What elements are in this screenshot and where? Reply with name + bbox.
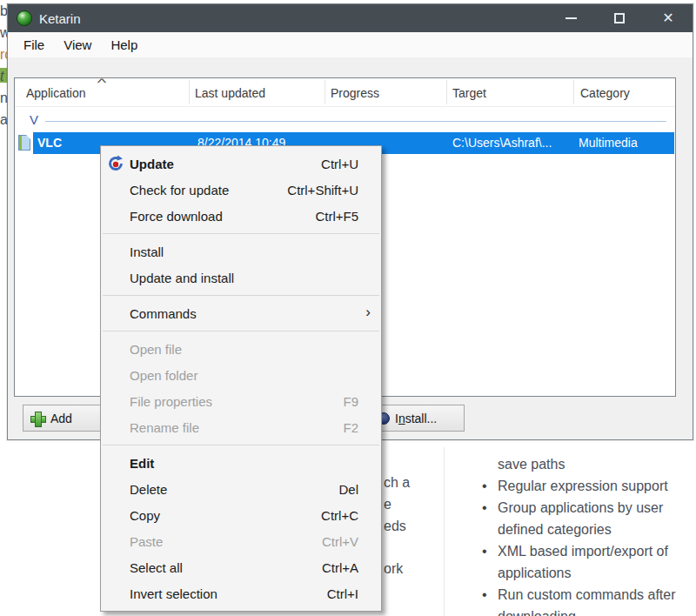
menu-item-commands[interactable]: Commands › bbox=[101, 300, 381, 326]
background-column-divider bbox=[444, 447, 445, 616]
menu-item-open-file: Open file bbox=[101, 336, 381, 362]
menu-item-check-for-update[interactable]: Check for updateCtrl+Shift+U bbox=[101, 177, 381, 203]
menu-item-rename-file: Rename fileF2 bbox=[101, 414, 381, 440]
menu-item-invert-selection[interactable]: Invert selectionCtrl+I bbox=[101, 580, 381, 606]
update-icon bbox=[107, 155, 124, 172]
bullet-icon: • bbox=[477, 540, 498, 562]
close-button[interactable]: ✕ bbox=[644, 4, 693, 32]
column-header-category[interactable]: Category bbox=[580, 84, 630, 103]
column-divider[interactable] bbox=[446, 80, 447, 104]
list-item: •XML based import/export of bbox=[477, 540, 696, 562]
install-button[interactable]: Install... bbox=[370, 405, 465, 432]
list-item: •applications bbox=[477, 562, 696, 584]
cell-application: VLC bbox=[37, 136, 62, 150]
close-icon: ✕ bbox=[662, 11, 673, 25]
sort-ascending-icon: ^ bbox=[97, 76, 106, 89]
cell-target: C:\Users\Ashraf\... bbox=[452, 136, 552, 150]
column-header-application[interactable]: Application bbox=[26, 84, 86, 103]
list-item: •defined categories bbox=[477, 519, 696, 540]
menu-separator bbox=[103, 331, 379, 331]
menu-item-install[interactable]: Install bbox=[101, 238, 381, 264]
window-controls: ✕ bbox=[546, 4, 693, 32]
title-bar[interactable]: Ketarin ✕ bbox=[8, 4, 693, 32]
list-item: •Regular expression support bbox=[477, 475, 696, 497]
column-header-last-updated[interactable]: Last updated bbox=[195, 84, 265, 103]
menu-bar: File View Help bbox=[8, 32, 693, 58]
maximize-button[interactable] bbox=[595, 4, 644, 32]
application-file-icon bbox=[18, 135, 30, 151]
minimize-button[interactable] bbox=[546, 4, 595, 32]
menu-item-copy[interactable]: CopyCtrl+C bbox=[101, 502, 381, 528]
ketarin-app-icon bbox=[17, 10, 32, 26]
menu-help[interactable]: Help bbox=[101, 32, 147, 57]
add-plus-icon bbox=[30, 412, 44, 425]
column-header-target[interactable]: Target bbox=[452, 84, 486, 103]
list-item: •Group applications by user bbox=[477, 497, 696, 519]
cell-category: Multimedia bbox=[579, 136, 638, 150]
background-text-fragment: e bbox=[384, 497, 392, 512]
context-menu: UpdateCtrl+U Check for updateCtrl+Shift+… bbox=[100, 145, 382, 612]
menu-item-edit[interactable]: Edit bbox=[101, 450, 381, 476]
bullet-icon: • bbox=[477, 497, 498, 519]
menu-separator bbox=[103, 295, 379, 296]
background-text-fragment: ork bbox=[384, 561, 403, 577]
menu-item-paste: PasteCtrl+V bbox=[101, 528, 381, 554]
add-button-label: Add bbox=[50, 412, 72, 425]
bullet-icon: • bbox=[477, 584, 498, 606]
menu-item-select-all[interactable]: Select allCtrl+A bbox=[101, 554, 381, 580]
menu-item-update-and-install[interactable]: Update and install bbox=[101, 264, 381, 291]
bullet-icon: • bbox=[477, 475, 498, 497]
install-button-label: Install... bbox=[395, 412, 437, 425]
column-divider[interactable] bbox=[189, 80, 190, 104]
header-bottom-border bbox=[15, 106, 675, 107]
maximize-icon bbox=[614, 13, 625, 23]
chevron-right-icon: › bbox=[365, 304, 371, 321]
menu-file[interactable]: File bbox=[14, 32, 54, 57]
column-divider[interactable] bbox=[573, 80, 574, 104]
minimize-icon bbox=[566, 17, 577, 19]
list-item: •downloading bbox=[477, 606, 696, 616]
menu-item-force-download[interactable]: Force downloadCtrl+F5 bbox=[101, 203, 381, 229]
group-row-v[interactable]: V bbox=[15, 112, 675, 131]
menu-separator bbox=[103, 233, 379, 234]
menu-item-file-properties: File propertiesF9 bbox=[101, 388, 381, 414]
window-title: Ketarin bbox=[39, 11, 81, 26]
menu-separator bbox=[103, 445, 379, 445]
menu-item-delete[interactable]: DeleteDel bbox=[101, 476, 381, 502]
background-feature-list: •save paths •Regular expression support … bbox=[477, 453, 696, 616]
menu-view[interactable]: View bbox=[54, 32, 101, 57]
add-button[interactable]: Add bbox=[23, 405, 106, 432]
column-header-progress[interactable]: Progress bbox=[331, 84, 379, 103]
background-text-fragment: eds bbox=[384, 519, 406, 534]
menu-item-open-folder: Open folder bbox=[101, 362, 381, 388]
group-label: V bbox=[30, 112, 38, 127]
list-item: •Run custom commands after bbox=[477, 584, 696, 606]
list-item: •save paths bbox=[477, 453, 696, 475]
group-line bbox=[45, 121, 666, 122]
menu-item-update[interactable]: UpdateCtrl+U bbox=[101, 151, 381, 177]
background-text-fragment: ch a bbox=[384, 475, 410, 491]
column-divider[interactable] bbox=[325, 80, 325, 104]
